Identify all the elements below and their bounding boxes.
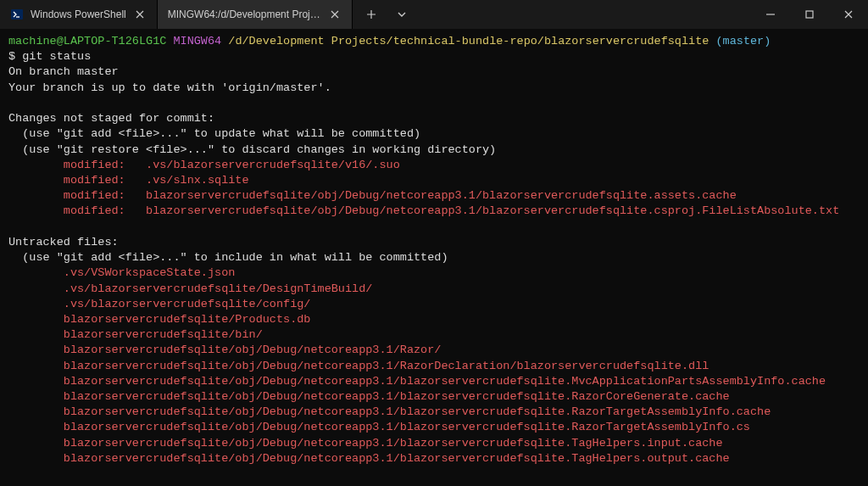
output-untracked-line: blazorservercrudefsqlite/obj/Debug/netco… (8, 390, 730, 403)
tab-label: Windows PowerShell (31, 8, 126, 20)
output-hint-add: (use "git add <file>..." to update what … (8, 127, 420, 140)
svg-rect-0 (11, 9, 23, 20)
output-hint-include: (use "git add <file>..." to include in w… (8, 251, 448, 264)
output-untracked-line: blazorservercrudefsqlite/obj/Debug/netco… (8, 437, 723, 450)
output-untracked-line: blazorservercrudefsqlite/bin/ (8, 328, 263, 341)
output-hint-restore: (use "git restore <file>..." to discard … (8, 143, 496, 156)
tab-label: MINGW64:/d/Development Projects/ (168, 8, 321, 20)
output-up-to-date: Your branch is up to date with 'origin/m… (8, 81, 331, 94)
prompt-char: $ (8, 50, 15, 63)
titlebar-drag-area[interactable] (420, 0, 751, 29)
tab-powershell[interactable]: Windows PowerShell (0, 0, 158, 29)
output-untracked-line: blazorservercrudefsqlite/obj/Debug/netco… (8, 421, 750, 433)
prompt-path: /d/Development Projects/technical-bundle… (228, 35, 709, 47)
output-untracked-line: blazorservercrudefsqlite/obj/Debug/netco… (8, 375, 826, 388)
new-tab-button[interactable] (359, 3, 383, 26)
titlebar: Windows PowerShell MINGW64:/d/Developmen… (0, 0, 868, 29)
command-text: git status (22, 50, 91, 63)
output-untracked-line: blazorservercrudefsqlite/obj/Debug/netco… (8, 344, 441, 356)
close-button[interactable] (829, 0, 868, 29)
powershell-icon (10, 8, 24, 21)
output-untracked-line: blazorservercrudefsqlite/obj/Debug/netco… (8, 405, 771, 418)
close-icon[interactable] (133, 8, 147, 21)
terminal-output[interactable]: machine@LAPTOP-T126LG1C MINGW64 /d/Devel… (0, 29, 868, 472)
output-not-staged-header: Changes not staged for commit: (8, 112, 214, 125)
tab-dropdown-button[interactable] (390, 3, 414, 26)
prompt-branch: (master) (715, 35, 771, 47)
svg-rect-1 (806, 11, 813, 18)
output-untracked-line: .vs/VSWorkspaceState.json (8, 266, 235, 279)
output-modified-line: modified: .vs/slnx.sqlite (8, 174, 249, 187)
close-icon[interactable] (328, 8, 342, 21)
output-modified-line: modified: blazorservercrudefsqlite/obj/D… (8, 204, 839, 217)
minimize-button[interactable] (751, 0, 790, 29)
output-untracked-line: .vs/blazorservercrudefsqlite/config/ (8, 298, 310, 310)
window-controls (751, 0, 868, 29)
output-untracked-line: blazorservercrudefsqlite/obj/Debug/netco… (8, 360, 709, 372)
output-untracked-line: blazorservercrudefsqlite/Products.db (8, 313, 310, 326)
prompt-userhost: machine@LAPTOP-T126LG1C (8, 35, 166, 47)
maximize-button[interactable] (790, 0, 829, 29)
output-untracked-line: blazorservercrudefsqlite/obj/Debug/netco… (8, 452, 730, 465)
output-untracked-header: Untracked files: (8, 236, 119, 249)
output-on-branch: On branch master (8, 65, 119, 78)
output-modified-line: modified: blazorservercrudefsqlite/obj/D… (8, 189, 737, 202)
output-modified-line: modified: .vs/blazorservercrudefsqlite/v… (8, 159, 400, 171)
prompt-env: MINGW64 (173, 35, 221, 47)
tab-mingw[interactable]: MINGW64:/d/Development Projects/ (158, 0, 353, 29)
output-untracked-line: .vs/blazorservercrudefsqlite/DesignTimeB… (8, 282, 372, 295)
tab-controls (353, 0, 420, 29)
